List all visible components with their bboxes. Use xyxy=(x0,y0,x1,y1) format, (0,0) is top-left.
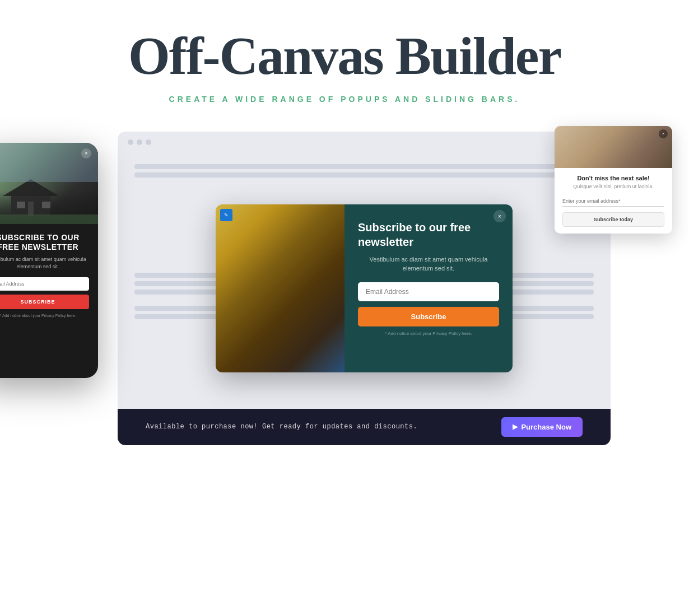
mobile-subscribe-button[interactable]: SUBSCRIBE xyxy=(0,295,89,309)
browser-top-bar xyxy=(118,132,611,153)
svg-rect-4 xyxy=(17,202,25,208)
gray-line xyxy=(134,172,594,178)
page-wrapper: Off-Canvas Builder CREATE A WIDE RANGE O… xyxy=(0,0,689,616)
mobile-newsletter-title: SUBSCRIBE TO OUR FREE NEWSLETTER xyxy=(0,233,89,252)
browser-dot-1 xyxy=(128,139,133,145)
edit-icon-pencil[interactable]: ✎ xyxy=(220,209,232,221)
popup-heading: Subscribe to our free newsletter xyxy=(358,220,499,249)
mobile-email-input[interactable] xyxy=(0,277,89,291)
notification-email-input[interactable] xyxy=(562,196,664,207)
center-popup: ✎ ⊕ ✚ ◎ ⬡ ⊞ ⋯ ✎ × xyxy=(216,204,513,372)
svg-rect-5 xyxy=(42,202,50,208)
scene-container: ✎ ⊕ ✚ ◎ ⬡ ⊞ ⋯ ✎ × xyxy=(50,132,639,445)
notification-image: × xyxy=(555,126,672,168)
content-lines-1 xyxy=(134,164,594,178)
popup-edit-icons: ✎ xyxy=(220,209,232,221)
bottom-bar: Available to purchase now! Get ready for… xyxy=(118,409,611,445)
gray-line xyxy=(134,164,594,169)
popup-description: Vestibulum ac diam sit amet quam vehicul… xyxy=(358,255,499,273)
mobile-close-button[interactable]: × xyxy=(81,148,91,158)
popup-image-side: ✎ xyxy=(216,204,344,372)
notification-description: Quisque velit nisi, pretium ut lacinia. xyxy=(562,184,664,189)
mobile-newsletter-desc: Vestibulum ac diam sit amet quam vehicul… xyxy=(0,256,89,270)
popup-content-side: × Subscribe to our free newsletter Vesti… xyxy=(344,204,513,372)
popup-close-button[interactable]: × xyxy=(494,210,506,222)
browser-dot-2 xyxy=(137,139,142,145)
notification-popup: × Don't miss the next sale! Quisque veli… xyxy=(555,126,672,234)
notification-title: Don't miss the next sale! xyxy=(562,175,664,181)
cursor-icon: ▶ xyxy=(513,423,518,431)
notification-body: Don't miss the next sale! Quisque velit … xyxy=(555,168,672,234)
svg-rect-7 xyxy=(0,214,98,224)
popup-email-input[interactable] xyxy=(358,282,499,301)
svg-rect-6 xyxy=(28,202,34,216)
browser-dot-3 xyxy=(146,139,151,145)
notification-subscribe-button[interactable]: Subscribe today xyxy=(562,212,664,227)
purchase-now-button[interactable]: ▶ Purchase Now xyxy=(501,417,583,437)
browser-mockup: ✎ ⊕ ✚ ◎ ⬡ ⊞ ⋯ ✎ × xyxy=(118,132,611,445)
notification-close-button[interactable]: × xyxy=(659,129,668,138)
mobile-privacy-text: * Add notice about your Privacy Policy h… xyxy=(0,314,89,318)
mobile-content: SUBSCRIBE TO OUR FREE NEWSLETTER Vestibu… xyxy=(0,224,98,323)
popup-image-overlay xyxy=(216,204,344,372)
notification-image-overlay xyxy=(555,126,672,168)
popup-subscribe-button[interactable]: Subscribe xyxy=(358,307,499,326)
page-subtitle: CREATE A WIDE RANGE OF POPUPS AND SLIDIN… xyxy=(169,95,520,104)
popup-privacy-text: * Add notice about your Privacy Policy h… xyxy=(358,331,499,336)
mobile-mockup: × xyxy=(0,143,98,378)
page-title: Off-Canvas Builder xyxy=(128,28,561,85)
purchase-now-label: Purchase Now xyxy=(521,423,571,431)
bottom-bar-message: Available to purchase now! Get ready for… xyxy=(146,423,417,431)
